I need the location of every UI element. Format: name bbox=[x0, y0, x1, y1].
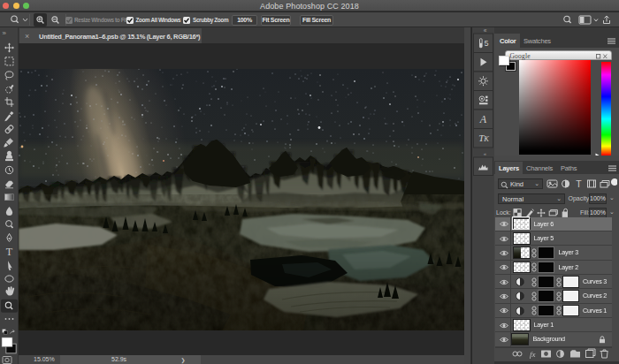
svg-text:fx: fx bbox=[530, 350, 536, 359]
svg-text:»: » bbox=[3, 29, 7, 37]
svg-text:5: 5 bbox=[484, 39, 488, 48]
svg-text:T: T bbox=[6, 246, 13, 258]
svg-text:«: « bbox=[484, 27, 487, 34]
svg-text:«: « bbox=[484, 151, 487, 156]
svg-text:T: T bbox=[576, 178, 582, 189]
svg-text:A: A bbox=[479, 113, 487, 125]
